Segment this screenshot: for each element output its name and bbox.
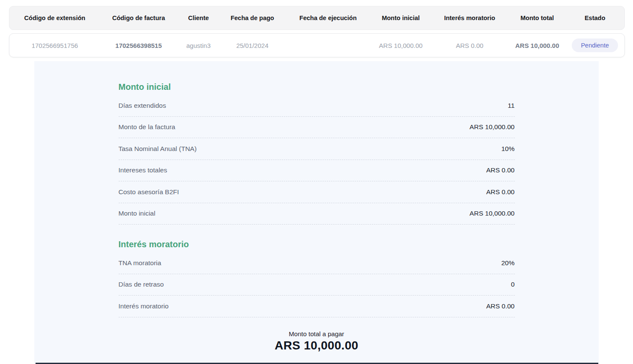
total-label: Monto total a pagar: [119, 330, 515, 337]
detail-row-value: ARS 10,000.00: [469, 210, 514, 217]
col-header-client: Cliente: [177, 15, 220, 21]
detail-row-value: ARS 0.00: [486, 302, 514, 310]
cell-extension-code: 1702566951756: [9, 42, 100, 49]
detail-row: Días extendidos 11: [119, 95, 515, 117]
detail-row: Monto inicial ARS 10,000.00: [119, 203, 515, 225]
total-block: Monto total a pagar ARS 10,000.00: [119, 330, 515, 352]
section-title-initial-amount: Monto inicial: [119, 82, 515, 92]
detail-row-label: Interés moratorio: [119, 302, 169, 310]
detail-row: Intereses totales ARS 0.00: [119, 160, 515, 182]
detail-row-value: 0: [511, 281, 515, 288]
cell-payment-date: 25/01/2024: [220, 42, 285, 49]
detail-row-value: ARS 0.00: [486, 166, 514, 174]
detail-row-value: ARS 10,000.00: [469, 123, 514, 131]
detail-row: Monto de la factura ARS 10,000.00: [119, 117, 515, 139]
detail-row: TNA moratoria 20%: [119, 252, 515, 274]
col-header-extension-code: Código de extensión: [9, 15, 100, 21]
extension-detail-panel: Monto inicial Días extendidos 11 Monto d…: [34, 61, 599, 364]
col-header-total-amount: Monto total: [509, 15, 565, 21]
detail-row: Días de retraso 0: [119, 274, 515, 296]
detail-row-value: 10%: [501, 145, 514, 153]
detail-row-label: Costo asesoría B2FI: [119, 188, 179, 196]
detail-row-label: Intereses totales: [119, 166, 167, 174]
extension-table-row[interactable]: 1702566951756 1702566398515 agustin3 25/…: [9, 33, 625, 57]
cell-late-interest: ARS 0.00: [430, 42, 509, 49]
detail-row: Costo asesoría B2FI ARS 0.00: [119, 181, 515, 203]
section-initial-amount: Monto inicial Días extendidos 11 Monto d…: [119, 82, 515, 225]
cell-status: Pendiente: [565, 38, 624, 53]
detail-row-label: Monto inicial: [119, 210, 155, 217]
section-late-interest: Interés moratorio TNA moratoria 20% Días…: [119, 239, 515, 317]
detail-row-label: TNA moratoria: [119, 259, 161, 267]
col-header-status: Estado: [565, 15, 624, 21]
status-badge: Pendiente: [572, 38, 618, 53]
col-header-execution-date: Fecha de ejecución: [285, 15, 371, 21]
detail-row-value: ARS 0.00: [486, 188, 514, 196]
detail-row: Interés moratorio ARS 0.00: [119, 296, 515, 317]
detail-row: Tasa Nominal Anual (TNA) 10%: [119, 138, 515, 160]
detail-content: Monto inicial Días extendidos 11 Monto d…: [119, 61, 515, 352]
col-header-payment-date: Fecha de pago: [220, 15, 285, 21]
col-header-invoice-code: Código de factura: [100, 15, 177, 21]
cell-invoice-code: 1702566398515: [100, 42, 177, 49]
cell-client: agustin3: [177, 42, 220, 49]
extensions-table-header: Código de extensión Código de factura Cl…: [9, 6, 625, 30]
col-header-initial-amount: Monto inicial: [371, 15, 430, 21]
detail-row-value: 11: [508, 102, 514, 109]
col-header-late-interest: Interés moratorio: [430, 15, 509, 21]
cell-initial-amount: ARS 10,000.00: [371, 42, 430, 49]
total-amount: ARS 10,000.00: [119, 339, 515, 352]
detail-row-value: 20%: [501, 259, 514, 267]
section-title-late-interest: Interés moratorio: [119, 239, 515, 249]
detail-row-label: Días de retraso: [119, 281, 164, 288]
detail-row-label: Monto de la factura: [119, 123, 176, 131]
detail-row-label: Tasa Nominal Anual (TNA): [119, 145, 197, 153]
detail-row-label: Días extendidos: [119, 102, 166, 109]
cell-total-amount: ARS 10,000.00: [509, 42, 565, 49]
